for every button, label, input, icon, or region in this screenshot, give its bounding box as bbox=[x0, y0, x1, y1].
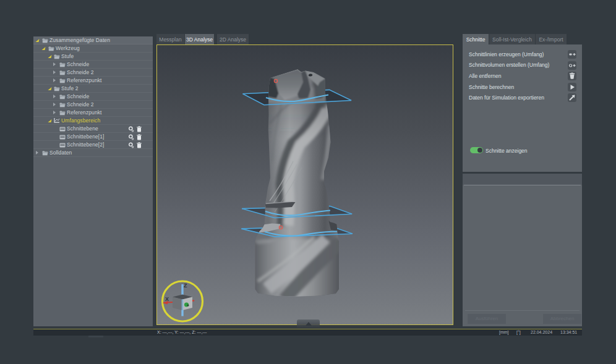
svg-text:Z: Z bbox=[184, 282, 187, 289]
svg-text:X: X bbox=[165, 296, 169, 302]
